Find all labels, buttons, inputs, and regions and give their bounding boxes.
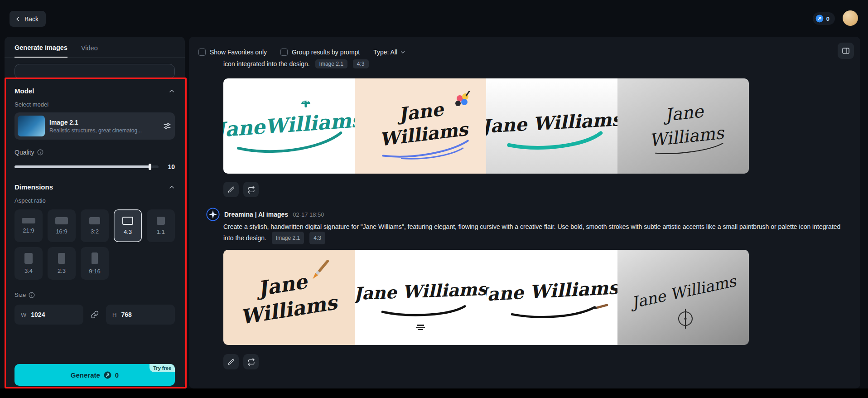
message1-text-row: icon integrated into the design. Image 2… (223, 59, 369, 68)
user-avatar[interactable] (843, 10, 858, 26)
generate-button[interactable]: Generate 0 Try free (14, 364, 175, 386)
message2-header: Dreamina | AI images 02-17 18:50 (206, 208, 324, 221)
favorites-filter[interactable]: Show Favorites only (198, 49, 267, 56)
ratio-9-16[interactable]: 9:16 (81, 247, 109, 280)
panel-toggle-button[interactable] (838, 43, 854, 59)
quality-slider-thumb[interactable] (149, 164, 151, 170)
ratio-icon (24, 253, 33, 264)
ratio-4-3[interactable]: 4:3 (114, 209, 142, 242)
signature-text: Williams (378, 118, 470, 150)
edit-icon (227, 186, 235, 194)
prompt-input-partial[interactable] (14, 64, 175, 79)
app-window: Back 0 Generate images Video Model Selec… (0, 0, 868, 398)
palette-icon (455, 91, 470, 106)
result-actions (223, 182, 259, 197)
aspect-ratio-grid: 21:9 16:9 3:2 4:3 1:1 3:4 2:3 9:16 (14, 209, 175, 280)
generated-image[interactable]: Jane Williams (355, 250, 486, 345)
ratio-tag: 4:3 (353, 59, 369, 68)
chevron-up-icon (169, 88, 175, 94)
height-field[interactable]: H (106, 305, 175, 325)
width-field[interactable]: W (14, 305, 83, 325)
dimensions-section-header[interactable]: Dimensions (14, 183, 175, 191)
type-dropdown[interactable]: Type: All (373, 49, 405, 56)
ratio-3-2[interactable]: 3:2 (81, 209, 109, 242)
credits-badge[interactable]: 0 (813, 12, 835, 25)
generated-image[interactable]: Jane Williams (486, 250, 617, 345)
ratio-3-4[interactable]: 3:4 (14, 247, 43, 280)
chevron-up-icon (169, 184, 175, 190)
ratio-icon (55, 217, 68, 224)
favorites-label: Show Favorites only (210, 49, 267, 56)
group-checkbox[interactable] (280, 49, 288, 56)
favorites-checkbox[interactable] (198, 49, 206, 56)
message2-author: Dreamina | AI images (224, 211, 288, 218)
link-dimensions-button[interactable] (87, 311, 102, 319)
signature-text: Williams (239, 291, 340, 329)
generate-label: Generate (71, 371, 100, 379)
ratio-icon (58, 253, 65, 264)
generated-image[interactable]: Jane Williams (223, 250, 355, 345)
model-thumbnail (18, 116, 45, 136)
ratio-1-1[interactable]: 1:1 (147, 209, 175, 242)
info-icon[interactable] (37, 149, 43, 155)
results-panel: Show Favorites only Group results by pro… (189, 37, 860, 388)
tab-generate-images[interactable]: Generate images (14, 44, 68, 58)
quality-slider[interactable] (14, 165, 159, 168)
quality-slider-row: 10 (14, 163, 175, 170)
model-tag: Image 2.1 (272, 232, 304, 244)
edit-button[interactable] (223, 354, 239, 369)
filter-bar: Show Favorites only Group results by pro… (198, 44, 405, 60)
dreamina-logo-icon (206, 208, 220, 221)
ratio-21-9[interactable]: 21:9 (14, 209, 43, 242)
back-button[interactable]: Back (10, 11, 46, 27)
message1-text: icon integrated into the design. (223, 60, 310, 68)
signature-flourish (382, 306, 465, 316)
generated-image-row: JaneWilliams Jane Williams (223, 78, 749, 174)
info-icon[interactable] (29, 292, 35, 298)
sidebar-body: Model Select model Image 2.1 Realistic s… (5, 64, 185, 395)
result-actions (223, 354, 259, 369)
message2-prompt: Create a stylish, handwritten digital si… (223, 222, 844, 244)
group-filter[interactable]: Group results by prompt (280, 49, 360, 56)
compass-icon (679, 309, 692, 329)
aspect-ratio-label: Aspect ratio (14, 197, 175, 204)
repeat-icon (247, 186, 255, 194)
signature-text: Jane Williams (486, 277, 617, 306)
edit-button[interactable] (223, 182, 239, 197)
generated-image-row: Jane Williams Jane Williams (223, 250, 749, 345)
quality-slider-fill (14, 165, 150, 168)
generated-image[interactable]: Jane Williams (355, 78, 486, 174)
edit-icon (227, 358, 235, 366)
tab-video[interactable]: Video (81, 44, 98, 57)
link-icon (91, 311, 99, 319)
ratio-2-3[interactable]: 2:3 (48, 247, 76, 280)
ratio-tag: 4:3 (309, 232, 325, 244)
model-section-header[interactable]: Model (14, 87, 175, 95)
generated-image[interactable]: Jane Williams (486, 78, 617, 174)
signature-flourish (508, 133, 601, 149)
credits-value: 0 (826, 15, 829, 22)
signature-text: Jane (662, 101, 705, 125)
sliders-icon[interactable] (163, 121, 172, 131)
model-name: Image 2.1 (49, 119, 158, 126)
generated-image[interactable]: Jane Williams (617, 78, 749, 174)
dimensions-section-title: Dimensions (14, 183, 53, 191)
model-card[interactable]: Image 2.1 Realistic structures, great ci… (14, 112, 175, 140)
regenerate-button[interactable] (243, 354, 259, 369)
width-label: W (21, 311, 26, 318)
back-label: Back (24, 15, 39, 23)
generated-image[interactable]: JaneWilliams (223, 78, 355, 174)
credit-icon (815, 15, 824, 23)
ratio-16-9[interactable]: 16:9 (48, 209, 76, 242)
signature-text: Jane (395, 98, 446, 125)
type-label: Type: All (373, 49, 397, 56)
signature-stamp (416, 325, 425, 330)
generated-image[interactable]: Jane Williams (617, 250, 749, 345)
width-input[interactable] (31, 311, 63, 318)
regenerate-button[interactable] (243, 182, 259, 197)
select-model-label: Select model (14, 101, 175, 108)
height-input[interactable] (121, 311, 153, 318)
bottom-bar (0, 388, 868, 398)
ratio-icon (92, 252, 98, 264)
ratio-icon (157, 217, 165, 225)
